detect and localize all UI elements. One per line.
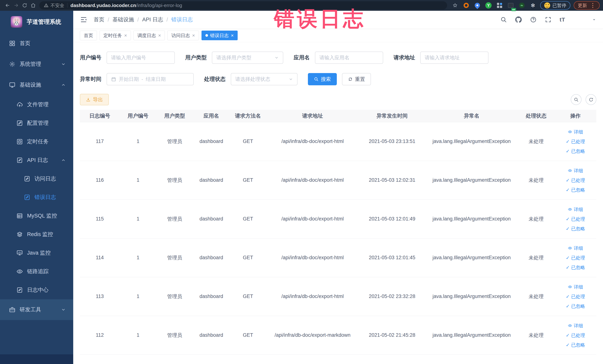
sidebar-item-log-center[interactable]: 日志中心 — [0, 281, 73, 299]
detail-link[interactable]: 详细 — [568, 244, 583, 253]
toggle-search-icon-button[interactable] — [571, 94, 581, 105]
sidebar-item-api-log[interactable]: API 日志 — [0, 151, 73, 169]
cell-method: GET — [230, 161, 266, 200]
exception-time-range-input[interactable]: 开始日期 - 结束日期 — [107, 73, 194, 85]
extension-green-y-icon[interactable]: Y — [485, 1, 492, 9]
browser-menu-icon[interactable]: ⋮ — [589, 3, 596, 7]
tab-调度日志[interactable]: 调度日志× — [133, 31, 165, 40]
sidebar-item-job[interactable]: 定时任务 — [0, 132, 73, 151]
detail-link[interactable]: 详细 — [568, 282, 583, 292]
sidebar-item-tracer[interactable]: 链路追踪 — [0, 262, 73, 281]
tab-定时任务[interactable]: 定时任务× — [100, 31, 131, 40]
forward-icon[interactable] — [12, 1, 20, 10]
sidebar-item-label: Redis 监控 — [27, 231, 53, 238]
user-avatar[interactable] — [573, 14, 584, 26]
search-button[interactable]: 搜索 — [308, 73, 337, 85]
reset-button[interactable]: 重置 — [342, 73, 371, 85]
extension-grid-icon[interactable] — [496, 1, 503, 9]
ignored-link[interactable]: ✓已忽略 — [566, 185, 585, 195]
extension-leaf-icon[interactable]: ❧ — [518, 1, 526, 9]
processed-link[interactable]: ✓已处理 — [566, 214, 585, 224]
security-label[interactable]: 不安全 — [50, 2, 64, 9]
app-logo-row[interactable]: 🐰 芋道管理系统 — [0, 11, 73, 33]
main-area: 首页 / 基础设施 / API 日志 / 错误日志 — [73, 11, 603, 364]
sidebar-collapse-icon[interactable] — [80, 16, 87, 23]
ignored-link[interactable]: ✓已忽略 — [566, 340, 585, 350]
reload-icon[interactable] — [20, 1, 29, 10]
sidebar-item-access-log[interactable]: 访问日志 — [0, 169, 73, 188]
breadcrumb-infra[interactable]: 基础设施 — [113, 16, 134, 23]
browser-bar: 不安全 dashboard.yudao.iocoder.cn /infra/lo… — [0, 0, 603, 11]
sidebar-item-java[interactable]: Java 监控 — [0, 244, 73, 262]
tab-close-icon[interactable]: × — [158, 33, 161, 38]
header-actions: tT — [500, 14, 596, 26]
tab-close-icon[interactable]: × — [192, 33, 195, 38]
processed-link[interactable]: ✓已处理 — [566, 137, 585, 146]
processed-link[interactable]: ✓已处理 — [566, 331, 585, 340]
process-status-select[interactable]: 请选择处理状态 — [231, 73, 298, 85]
ignored-link[interactable]: ✓已忽略 — [566, 302, 585, 311]
extension-blue-pin-icon[interactable] — [474, 1, 481, 9]
avatar-caret-down-icon[interactable] — [592, 17, 596, 22]
breadcrumb-home[interactable]: 首页 — [94, 16, 104, 23]
check-icon: ✓ — [566, 224, 570, 233]
back-icon[interactable] — [3, 1, 12, 10]
refresh-table-icon-button[interactable] — [586, 94, 596, 105]
tab-错误日志[interactable]: 错误日志× — [201, 31, 238, 40]
user-id-input[interactable] — [111, 55, 170, 61]
eye-icon — [16, 268, 23, 275]
breadcrumb-error-log: 错误日志 — [171, 16, 193, 23]
detail-link[interactable]: 详细 — [568, 127, 583, 137]
help-icon[interactable] — [530, 16, 537, 23]
tab-close-icon[interactable]: × — [124, 33, 127, 38]
user-type-select[interactable]: 请选择用户类型 — [212, 52, 283, 64]
request-url-input[interactable] — [425, 55, 484, 61]
breadcrumb-api-log[interactable]: API 日志 — [142, 16, 163, 23]
detail-link[interactable]: 详细 — [568, 166, 583, 175]
url-host[interactable]: dashboard.yudao.iocoder.cn — [70, 3, 136, 8]
chrome-update-button[interactable]: 更新 ⋮ — [574, 1, 600, 10]
font-size-icon[interactable]: tT — [560, 16, 565, 23]
fullscreen-icon[interactable] — [545, 16, 551, 23]
sidebar-item-dev-tools[interactable]: 研发工具 — [0, 299, 73, 320]
home-button-icon[interactable] — [29, 1, 37, 10]
address-bar[interactable]: 不安全 dashboard.yudao.iocoder.cn /infra/lo… — [39, 1, 447, 10]
sidebar-item-config[interactable]: 配置管理 — [0, 114, 73, 132]
sidebar-item-infra[interactable]: 基础设施 — [0, 75, 73, 95]
processed-link[interactable]: ✓已处理 — [566, 292, 585, 301]
bookmark-star-icon[interactable] — [451, 1, 459, 9]
extension-orange-ring-icon[interactable] — [462, 1, 470, 9]
extension-paw-icon[interactable]: ✻ — [529, 1, 537, 9]
sidebar-item-label: MySQL 监控 — [27, 212, 57, 220]
filter-row-2: 异常时间 开始日期 - 结束日期 处理状态 请选 — [80, 73, 596, 85]
detail-link[interactable]: 详细 — [568, 205, 583, 214]
sidebar-item-error-log[interactable]: 错误日志 — [0, 188, 73, 207]
processed-link[interactable]: ✓已处理 — [566, 176, 585, 185]
sidebar-item-redis[interactable]: Redis 监控 — [0, 225, 73, 244]
sidebar-item-file[interactable]: 文件管理 — [0, 95, 73, 114]
url-path[interactable]: /infra/log/api-error-log — [136, 3, 182, 8]
tab-close-icon[interactable]: × — [231, 33, 234, 38]
sidebar-item-home[interactable]: 首页 — [0, 33, 73, 54]
sidebar-item-mysql[interactable]: MySQL 监控 — [0, 207, 73, 225]
extension-on-badge-icon[interactable]: on — [507, 1, 515, 9]
sidebar-item-label: API 日志 — [27, 156, 48, 164]
app-name-input[interactable] — [319, 55, 379, 61]
sidebar-item-system[interactable]: 系统管理 — [0, 54, 73, 75]
profile-paused-pill[interactable]: 已暂停 — [540, 1, 570, 10]
detail-link[interactable]: 详细 — [568, 321, 583, 330]
reset-refresh-icon — [348, 77, 353, 82]
search-icon[interactable] — [500, 16, 507, 23]
ignored-link[interactable]: ✓已忽略 — [566, 146, 585, 156]
action-label: 详细 — [574, 205, 583, 214]
cell-exception: java.lang.IllegalArgumentException — [425, 238, 518, 277]
ignored-link[interactable]: ✓已忽略 — [566, 263, 585, 272]
tab-访问日志[interactable]: 访问日志× — [167, 31, 199, 40]
ignored-link[interactable]: ✓已忽略 — [566, 224, 585, 233]
export-button[interactable]: 导出 — [80, 94, 109, 105]
github-icon[interactable] — [515, 16, 522, 23]
screen: 不安全 dashboard.yudao.iocoder.cn /infra/lo… — [0, 0, 603, 364]
check-icon: ✓ — [566, 292, 570, 301]
processed-link[interactable]: ✓已处理 — [566, 253, 585, 262]
tab-首页[interactable]: 首页 — [80, 31, 97, 40]
